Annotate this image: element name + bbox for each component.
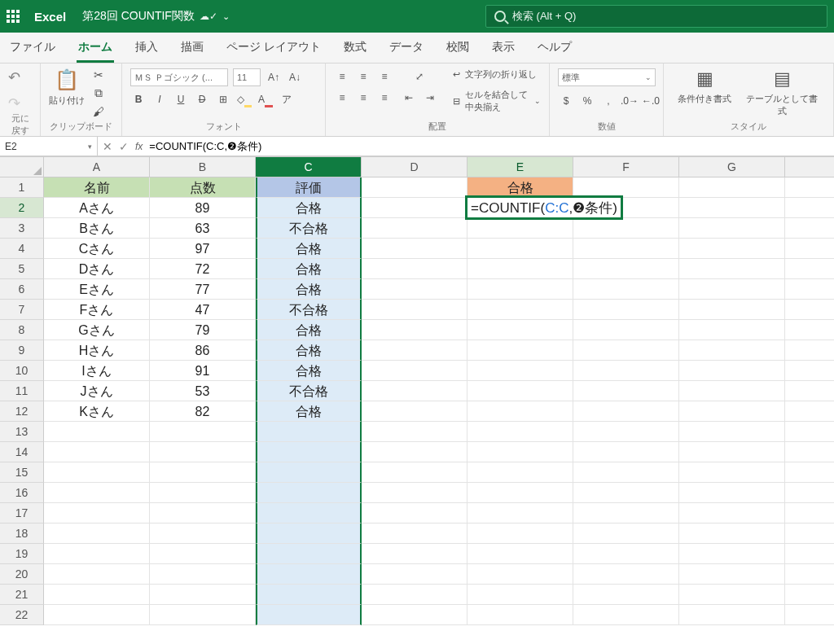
cell-A5[interactable]: Dさん [44,259,150,279]
cell-D13[interactable] [362,422,467,442]
cell-C19[interactable] [256,544,362,564]
cell-B7[interactable]: 47 [150,300,256,320]
conditional-format-button[interactable]: ▦ 条件付き書式 [672,68,737,105]
cell-D20[interactable] [362,564,467,585]
cell-D19[interactable] [362,544,467,564]
cell-F15[interactable] [573,462,679,483]
cell-H14[interactable] [785,442,834,462]
cell-B18[interactable] [150,524,256,544]
undo-icon[interactable]: ↶ [8,68,20,86]
number-format-select[interactable]: 標準⌄ [558,68,656,86]
cell-D6[interactable] [362,279,467,300]
row-header-13[interactable]: 13 [0,422,44,442]
cell-G12[interactable] [679,401,785,422]
align-left-icon[interactable]: ≡ [334,90,350,106]
cell-B6[interactable]: 77 [150,279,256,300]
menu-tab-6[interactable]: データ [388,33,425,63]
cell-E6[interactable] [467,279,573,300]
cell-A16[interactable] [44,483,150,503]
cell-A17[interactable] [44,503,150,524]
cell-E17[interactable] [467,503,573,524]
cell-C8[interactable]: 合格 [256,320,362,340]
cell-A9[interactable]: Hさん [44,340,150,361]
cell-H19[interactable] [785,544,834,564]
redo-icon[interactable]: ↷ [8,94,20,112]
cell-G6[interactable] [679,279,785,300]
cell-D2[interactable] [362,198,467,218]
menu-tab-7[interactable]: 校閲 [445,33,471,63]
cell-A20[interactable] [44,564,150,585]
cell-A4[interactable]: Cさん [44,239,150,259]
cell-G22[interactable] [679,605,785,625]
cell-G9[interactable] [679,340,785,361]
cell-B22[interactable] [150,605,256,625]
cell-E13[interactable] [467,422,573,442]
cell-E22[interactable] [467,605,573,625]
cell-G19[interactable] [679,544,785,564]
cell-E1[interactable]: 合格 [467,177,573,198]
cell-B21[interactable] [150,585,256,605]
cell-B9[interactable]: 86 [150,340,256,361]
cell-H6[interactable] [785,279,834,300]
cell-F1[interactable] [573,177,679,198]
cell-C22[interactable] [256,605,362,625]
cell-B17[interactable] [150,503,256,524]
merge-center-button[interactable]: ⊟セルを結合して中央揃え⌄ [453,89,541,113]
row-header-15[interactable]: 15 [0,462,44,483]
cell-B3[interactable]: 63 [150,218,256,239]
search-box[interactable]: 検索 (Alt + Q) [485,5,827,28]
row-header-22[interactable]: 22 [0,605,44,625]
cell-G3[interactable] [679,218,785,239]
cell-A7[interactable]: Fさん [44,300,150,320]
font-color-button[interactable]: A [257,91,274,107]
cell-E10[interactable] [467,361,573,381]
cell-H10[interactable] [785,361,834,381]
menu-tab-2[interactable]: 挿入 [134,33,160,63]
cell-B15[interactable] [150,462,256,483]
cell-A22[interactable] [44,605,150,625]
percent-button[interactable]: % [579,93,595,109]
cell-F9[interactable] [573,340,679,361]
bold-button[interactable]: B [130,91,147,107]
italic-button[interactable]: I [151,91,168,107]
column-header-B[interactable]: B [150,157,256,177]
cell-D17[interactable] [362,503,467,524]
column-header-H[interactable]: H [785,157,834,177]
cell-H17[interactable] [785,503,834,524]
cell-G13[interactable] [679,422,785,442]
cancel-formula-icon[interactable]: ✕ [103,140,112,153]
row-header-3[interactable]: 3 [0,218,44,239]
cell-C5[interactable]: 合格 [256,259,362,279]
row-header-16[interactable]: 16 [0,483,44,503]
cell-H15[interactable] [785,462,834,483]
row-header-21[interactable]: 21 [0,585,44,605]
cell-D5[interactable] [362,259,467,279]
increase-font-icon[interactable]: A↑ [266,69,282,85]
cell-E8[interactable] [467,320,573,340]
indent-icon[interactable]: ⇥ [422,90,438,106]
cell-E9[interactable] [467,340,573,361]
cell-A6[interactable]: Eさん [44,279,150,300]
column-header-A[interactable]: A [44,157,150,177]
cell-H7[interactable] [785,300,834,320]
cell-A10[interactable]: Iさん [44,361,150,381]
cell-H9[interactable] [785,340,834,361]
cell-H8[interactable] [785,320,834,340]
cell-D4[interactable] [362,239,467,259]
cell-H13[interactable] [785,422,834,442]
cell-B2[interactable]: 89 [150,198,256,218]
align-center-icon[interactable]: ≡ [355,90,371,106]
row-header-10[interactable]: 10 [0,361,44,381]
cell-E7[interactable] [467,300,573,320]
border-button[interactable]: ⊞ [215,91,231,107]
row-header-12[interactable]: 12 [0,401,44,422]
cell-B11[interactable]: 53 [150,381,256,401]
cell-G8[interactable] [679,320,785,340]
chevron-down-icon[interactable]: ⌄ [222,11,230,22]
outdent-icon[interactable]: ⇤ [401,90,417,106]
cell-A1[interactable]: 名前 [44,177,150,198]
cell-F7[interactable] [573,300,679,320]
cell-G1[interactable] [679,177,785,198]
cell-C14[interactable] [256,442,362,462]
cell-H1[interactable] [785,177,834,198]
